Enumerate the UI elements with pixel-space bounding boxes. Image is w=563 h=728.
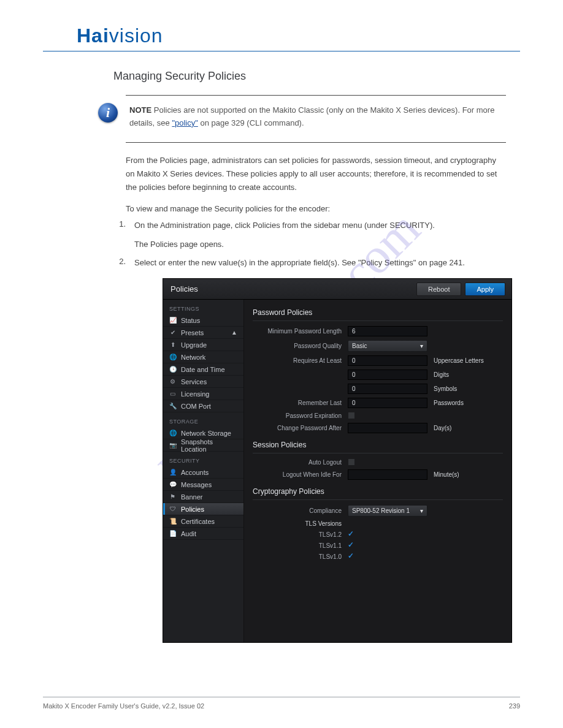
label-idle: Logout When Idle For	[253, 471, 348, 478]
cert-icon: 📜	[169, 518, 176, 525]
sidebar-item-accounts[interactable]: 👤Accounts	[163, 466, 243, 479]
file-icon: 📄	[169, 530, 176, 537]
input-change-after[interactable]	[348, 423, 427, 433]
brand-part2: vision	[109, 25, 163, 47]
checkbox-auto-logout[interactable]	[348, 458, 355, 466]
suffix-remember: Passwords	[434, 400, 464, 406]
label-min-length: Minimum Password Length	[253, 328, 348, 335]
section-session-title: Session Policies	[253, 441, 503, 453]
sidebar-item-datetime[interactable]: 🕓Date and Time	[163, 363, 243, 376]
label-requires: Requires At Least	[253, 357, 348, 364]
checkbox-expiration[interactable]	[348, 412, 355, 419]
sidebar-item-policies[interactable]: 🛡Policies	[163, 503, 243, 515]
clock-icon: 🕓	[169, 366, 176, 373]
steps-lead: To view and manage the Security policies…	[126, 204, 506, 213]
footer-right: 239	[509, 702, 520, 710]
label-compliance: Compliance	[253, 507, 348, 514]
step-1-result: The Policies page opens.	[134, 238, 506, 251]
reboot-button[interactable]: Reboot	[416, 282, 461, 296]
sidebar-item-status[interactable]: 📈Status	[163, 314, 243, 327]
brand-logo: Haivision	[77, 25, 520, 47]
info-icon: i	[98, 103, 118, 123]
note-rule-bot	[126, 142, 506, 143]
input-requires-digits[interactable]	[348, 370, 427, 380]
brand-part1: Hai	[77, 25, 109, 47]
footer-left: Makito X Encoder Family User's Guide, v2…	[43, 702, 204, 710]
apply-button[interactable]: Apply	[465, 282, 505, 296]
input-min-length[interactable]	[348, 326, 427, 336]
input-requires-symbols[interactable]	[348, 384, 427, 394]
step-number: 1.	[113, 219, 126, 232]
suffix-idle: Minute(s)	[434, 471, 459, 478]
sidebar-heading-settings: SETTINGS	[163, 300, 243, 314]
chart-icon: 📈	[169, 317, 176, 324]
step-2-text: Select or enter the new value(s) in the …	[134, 257, 506, 270]
wrench-icon: 🔧	[169, 403, 176, 409]
label-tls12: TLSv1.2	[253, 531, 348, 538]
check-icon: ✔	[169, 329, 176, 336]
sidebar-item-services[interactable]: ⚙Services	[163, 376, 243, 388]
label-tls10: TLSv1.0	[253, 553, 348, 560]
suffix-upper: Uppercase Letters	[434, 357, 484, 364]
shield-icon: 🛡	[169, 506, 176, 512]
sidebar-item-messages[interactable]: 💬Messages	[163, 479, 243, 491]
sidebar-item-comport[interactable]: 🔧COM Port	[163, 400, 243, 412]
label-change-after: Change Password After	[253, 425, 348, 431]
sidebar-item-audit[interactable]: 📄Audit	[163, 528, 243, 540]
header-rule	[43, 51, 520, 51]
input-remember[interactable]	[348, 398, 427, 408]
label-remember: Remember Last	[253, 400, 348, 406]
sidebar-heading-storage: STORAGE	[163, 412, 243, 427]
warning-icon: ▲	[231, 329, 237, 336]
message-icon: 💬	[169, 481, 176, 488]
globe-icon: 🌐	[169, 430, 176, 436]
input-idle[interactable]	[348, 469, 427, 480]
camera-icon: 📷	[169, 442, 176, 449]
suffix-change-after: Day(s)	[434, 425, 451, 431]
sidebar: SETTINGS 📈Status ✔Presets▲ ⬆Upgrade 🌐Net…	[163, 300, 244, 642]
label-auto-logout: Auto Logout	[253, 459, 348, 466]
note-bold: NOTE	[129, 105, 151, 115]
sidebar-item-upgrade[interactable]: ⬆Upgrade	[163, 339, 243, 351]
chevron-down-icon: ▾	[420, 507, 423, 514]
intro-text: From the Policies page, administrators c…	[126, 154, 506, 194]
step-1-text: On the Administration page, click Polici…	[134, 219, 506, 232]
user-icon: 👤	[169, 469, 176, 476]
globe-icon: 🌐	[169, 354, 176, 360]
label-tls11: TLSv1.1	[253, 542, 348, 549]
sidebar-heading-security: SECURITY	[163, 452, 243, 466]
note-body: NOTE Policies are not supported on the M…	[126, 96, 506, 142]
sidebar-item-network[interactable]: 🌐Network	[163, 351, 243, 363]
chevron-down-icon: ▾	[420, 343, 423, 349]
section-password-title: Password Policies	[253, 308, 503, 321]
card-icon: ▭	[169, 390, 176, 397]
sidebar-item-presets[interactable]: ✔Presets▲	[163, 327, 243, 339]
suffix-symbols: Symbols	[434, 385, 457, 392]
panel-title: Policies	[170, 284, 198, 294]
suffix-digits: Digits	[434, 371, 449, 378]
input-requires-upper[interactable]	[348, 355, 427, 366]
sidebar-item-licensing[interactable]: ▭Licensing	[163, 388, 243, 400]
footer-rule	[43, 697, 520, 697]
sidebar-item-banner[interactable]: ⚑Banner	[163, 491, 243, 503]
upload-icon: ⬆	[169, 341, 176, 348]
section-crypto-title: Cryptography Policies	[253, 487, 503, 500]
select-compliance[interactable]: SP800-52 Revision 1▾	[348, 505, 427, 517]
policies-screenshot: Policies Reboot Apply SETTINGS 📈Status ✔…	[163, 278, 512, 643]
label-quality: Password Quality	[253, 343, 348, 349]
sidebar-item-certificates[interactable]: 📜Certificates	[163, 515, 243, 528]
checkbox-tls12[interactable]	[348, 531, 355, 538]
checkbox-tls11[interactable]	[348, 542, 355, 549]
label-expiration: Password Expiration	[253, 412, 348, 419]
gear-icon: ⚙	[169, 378, 176, 385]
note-link[interactable]: "policy"	[172, 118, 197, 127]
checkbox-tls10[interactable]	[348, 553, 355, 560]
note-text-after: on page 329 (CLI command).	[200, 118, 304, 127]
sidebar-item-snapshots[interactable]: 📷Snapshots Location	[163, 439, 243, 452]
section-title: Managing Security Policies	[113, 70, 520, 83]
select-quality[interactable]: Basic▾	[348, 340, 427, 352]
step-number: 2.	[113, 257, 126, 270]
tls-heading: TLS Versions	[253, 520, 348, 527]
flag-icon: ⚑	[169, 493, 176, 500]
